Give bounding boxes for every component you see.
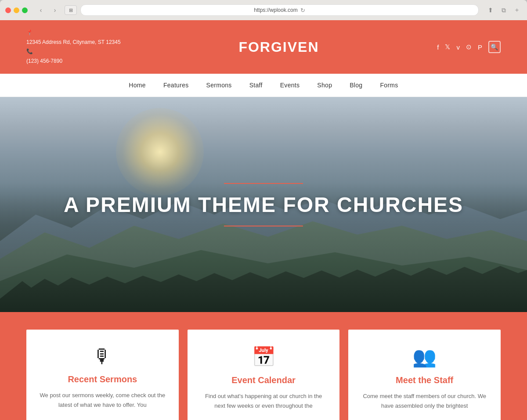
search-button[interactable]: 🔍 [488,41,501,53]
new-window-button[interactable]: ⧉ [499,5,509,15]
cards-section: 🎙 Recent Sermons We post our sermons wee… [0,312,527,420]
card-sermons-text: We post our sermons weekly, come check o… [40,391,166,410]
location-icon: 📍 [26,28,119,38]
card-sermons-title[interactable]: Recent Sermons [40,374,166,384]
hero-section: A PREMIUM THEME FOR CHURCHES [0,97,527,312]
card-sermons: 🎙 Recent Sermons We post our sermons wee… [26,330,179,420]
browser-tab-icon: ⊞ [65,5,77,15]
window-controls [5,7,28,13]
hero-title: A PREMIUM THEME FOR CHURCHES [64,193,463,217]
nav-item-events[interactable]: Events [280,82,300,89]
twitter-icon[interactable]: 𝕏 [445,43,450,51]
nav-item-home[interactable]: Home [129,82,146,89]
calendar-icon: 📅 [201,345,327,368]
nav-item-shop[interactable]: Shop [317,82,332,89]
add-tab-button[interactable]: ＋ [512,5,522,15]
nav-item-features[interactable]: Features [163,82,189,89]
hero-content: A PREMIUM THEME FOR CHURCHES [64,183,463,226]
hero-line-bottom [224,226,303,226]
microphone-icon: 🎙 [40,345,166,367]
address-bar[interactable]: https://wplook.com ↻ [80,4,479,16]
nav-item-staff[interactable]: Staff [249,82,263,89]
card-events-title[interactable]: Event Calendar [201,375,327,385]
minimize-button[interactable] [14,7,19,13]
card-staff: 👥 Meet the Staff Come meet the staff mem… [348,330,501,420]
facebook-icon[interactable]: f [437,43,439,51]
people-icon: 👥 [361,345,487,368]
nav-item-forms[interactable]: Forms [380,82,398,89]
close-button[interactable] [5,7,11,13]
card-events-text: Find out what's happening at our church … [201,391,327,411]
contact-info: 📍 12345 Address Rd, Cityname, ST 12345 📞… [26,28,121,66]
nav-item-sermons[interactable]: Sermons [206,82,232,89]
share-button[interactable]: ⬆ [486,5,495,15]
reload-icon[interactable]: ↻ [300,7,305,14]
vimeo-icon[interactable]: v [456,43,460,51]
site-logo[interactable]: FORGIVEN [238,39,319,55]
main-navigation: Home Features Sermons Staff Events Shop … [0,74,527,97]
browser-navigation: ‹ › [35,5,61,15]
phone-icon: 📞 [26,47,119,57]
maximize-button[interactable] [22,7,28,13]
instagram-icon[interactable]: ⊙ [466,43,472,51]
hero-line-top [224,183,303,184]
url-text: https://wplook.com [254,7,297,13]
social-links: f 𝕏 v ⊙ P 🔍 [437,41,501,53]
nav-item-blog[interactable]: Blog [350,82,362,89]
card-staff-text: Come meet the staff members of our churc… [361,391,487,411]
card-staff-title[interactable]: Meet the Staff [361,375,487,385]
back-button[interactable]: ‹ [35,5,47,15]
pinterest-icon[interactable]: P [478,43,482,51]
browser-window: ‹ › ⊞ https://wplook.com ↻ ⬆ ⧉ ＋ [0,0,527,20]
forward-button[interactable]: › [49,5,61,15]
browser-toolbar: ⬆ ⧉ ＋ [486,5,522,15]
top-bar: 📍 12345 Address Rd, Cityname, ST 12345 📞… [0,20,527,74]
phone: 📞 (123) 456-7890 [26,47,121,66]
address: 📍 12345 Address Rd, Cityname, ST 12345 [26,28,121,47]
card-events: 📅 Event Calendar Find out what's happeni… [188,330,340,420]
website-content: 📍 12345 Address Rd, Cityname, ST 12345 📞… [0,20,527,420]
